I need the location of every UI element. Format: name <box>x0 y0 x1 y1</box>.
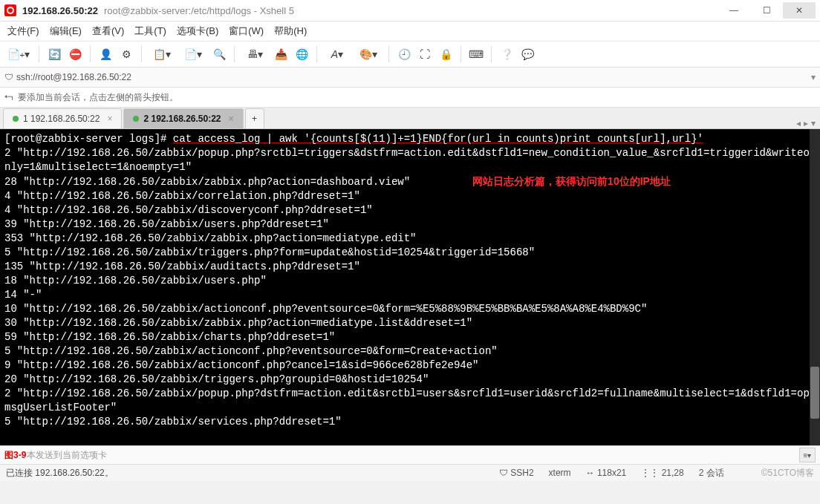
font-button[interactable]: A▾ <box>323 45 351 63</box>
status-cursor: ⋮⋮ 21,28 <box>641 468 683 478</box>
minimize-button[interactable]: — <box>718 2 750 19</box>
chat-button[interactable]: 💬 <box>518 45 536 63</box>
watermark: ©51CTO博客 <box>761 467 814 480</box>
figure-label: 图3-9 <box>4 449 26 462</box>
maximize-button[interactable]: ☐ <box>750 2 783 19</box>
print-button[interactable]: 🖶▾ <box>241 45 269 63</box>
toolbar: 📄+▾ 🔄 ⛔ 👤 ⚙ 📋▾ 📄▾ 🔍 🖶▾ 📥 🌐 A▾ 🎨▾ 🕘 ⛶ 🔒 ⌨… <box>0 41 820 68</box>
lock-icon: 🛡 <box>4 72 13 82</box>
tab-close-icon[interactable]: × <box>107 114 112 124</box>
disconnect-button[interactable]: ⛔ <box>66 45 84 63</box>
terminal-scrollbar[interactable] <box>810 129 820 445</box>
tab-next-icon[interactable]: ▸ <box>804 118 808 128</box>
session-tab-2[interactable]: 2 192.168.26.50:22 × <box>123 108 243 128</box>
send-menu-button[interactable]: ≡▾ <box>799 448 816 462</box>
status-bar: 已连接 192.168.26.50:22。 🛡 SSH2 xterm ↔ 118… <box>0 464 820 481</box>
file-transfer-button[interactable]: 📥 <box>272 45 290 63</box>
menu-bar: 文件(F) 编辑(E) 查看(V) 工具(T) 选项卡(B) 窗口(W) 帮助(… <box>0 22 820 41</box>
help-button[interactable]: ❔ <box>498 45 515 63</box>
menu-tabs[interactable]: 选项卡(B) <box>177 24 218 38</box>
copy-button[interactable]: 📋▾ <box>148 45 176 63</box>
status-proto: 🛡 SSH2 <box>499 468 534 478</box>
new-session-button[interactable]: 📄+▾ <box>4 45 33 63</box>
scroll-thumb[interactable] <box>810 367 819 419</box>
tab-prev-icon[interactable]: ◂ <box>796 118 801 128</box>
globe-button[interactable]: 🌐 <box>293 45 310 63</box>
status-connected: 已连接 192.168.26.50:22。 <box>6 467 114 480</box>
close-button[interactable]: ✕ <box>783 2 816 19</box>
status-size: ↔ 118x21 <box>586 468 627 478</box>
menu-view[interactable]: 查看(V) <box>92 24 124 38</box>
menu-help[interactable]: 帮助(H) <box>274 24 307 38</box>
status-dot-icon <box>133 116 139 122</box>
paste-button[interactable]: 📄▾ <box>179 45 207 63</box>
find-button[interactable]: 🔍 <box>210 45 228 63</box>
tab-strip: 1 192.168.26.50:22 × 2 192.168.26.50:22 … <box>0 108 820 129</box>
window-title-host: 192.168.26.50:22 <box>22 5 98 16</box>
menu-tools[interactable]: 工具(T) <box>134 24 166 38</box>
session-tab-1[interactable]: 1 192.168.26.50:22 × <box>3 108 122 128</box>
title-bar: 192.168.26.50:22 root@zabbix-server:/etc… <box>0 0 820 22</box>
tab-label: 2 192.168.26.50:22 <box>143 114 221 124</box>
menu-edit[interactable]: 编辑(E) <box>50 24 82 38</box>
address-url: ssh://root@192.168.26.50:22 <box>16 72 131 82</box>
settings-button[interactable]: ⚙ <box>117 45 135 63</box>
keyboard-button[interactable]: ⌨ <box>467 45 485 63</box>
profile-button[interactable]: 👤 <box>97 45 114 63</box>
hint-bar: ⮢ 要添加当前会话，点击左侧的箭头按钮。 <box>0 88 820 108</box>
tab-label: 1 192.168.26.50:22 <box>23 114 100 124</box>
status-sessions: 2 会话 <box>699 467 724 480</box>
add-session-icon[interactable]: ⮢ <box>4 92 13 102</box>
app-icon <box>4 4 16 16</box>
terminal-output[interactable]: [root@zabbix-server logs]# cat access_lo… <box>0 129 820 445</box>
tab-menu-icon[interactable]: ▾ <box>811 118 816 128</box>
window-title-path: root@zabbix-server:/etc/httpd/logs - Xsh… <box>104 5 294 16</box>
lock-button[interactable]: 🔒 <box>437 45 455 63</box>
tab-close-icon[interactable]: × <box>229 114 234 124</box>
history-button[interactable]: 🕘 <box>395 45 413 63</box>
add-tab-button[interactable]: + <box>245 108 264 128</box>
menu-file[interactable]: 文件(F) <box>7 24 39 38</box>
status-term: xterm <box>549 468 571 478</box>
color-button[interactable]: 🎨▾ <box>354 45 383 63</box>
address-dropdown-icon[interactable]: ▾ <box>811 72 816 82</box>
reconnect-button[interactable]: 🔄 <box>45 45 63 63</box>
status-dot-icon <box>13 116 19 122</box>
tab-nav: ◂ ▸ ▾ <box>792 118 820 128</box>
fullscreen-button[interactable]: ⛶ <box>416 45 434 63</box>
send-text-bar[interactable]: 图3-9 将文本发送到当前选项卡 ≡▾ <box>0 445 820 464</box>
menu-window[interactable]: 窗口(W) <box>229 24 264 38</box>
address-bar[interactable]: 🛡 ssh://root@192.168.26.50:22 ▾ <box>0 68 820 88</box>
hint-text: 要添加当前会话，点击左侧的箭头按钮。 <box>18 91 178 104</box>
